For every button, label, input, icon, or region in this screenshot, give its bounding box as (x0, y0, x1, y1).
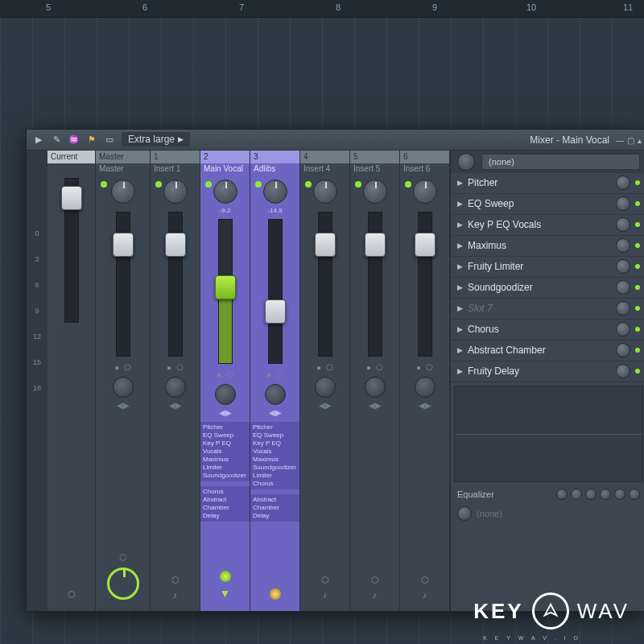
mix-knob[interactable] (616, 217, 630, 232)
route-icon[interactable]: ⬡ (68, 589, 76, 600)
fader[interactable] (359, 212, 391, 357)
pan-knob[interactable] (213, 180, 237, 204)
stereo-knob[interactable] (265, 384, 286, 405)
route-icon[interactable]: ⬡ (421, 575, 429, 585)
stereo-knob[interactable] (215, 384, 236, 405)
stereo-knob[interactable] (315, 377, 336, 398)
track-name[interactable] (47, 163, 95, 175)
route-icon[interactable]: ⬡ (119, 552, 127, 563)
enable-led[interactable] (635, 180, 640, 185)
fader-handle[interactable] (215, 275, 236, 299)
mixer-track[interactable]: 3Adlibs-14.8 ●⎔◀▶PitcherEQ SweepKey P EQ… (250, 151, 300, 611)
mute-led[interactable] (355, 181, 361, 188)
mix-knob[interactable] (616, 301, 630, 316)
track-name[interactable]: Adlibs (250, 163, 299, 175)
enable-led[interactable] (635, 243, 640, 248)
fader-handle[interactable] (265, 299, 286, 324)
record-icon[interactable]: ● (217, 370, 221, 379)
mixer-track[interactable]: MasterMaster ●⎔◀▶ ⬡ (96, 151, 151, 611)
effect-slot[interactable]: ▶ Abstract Chamber (451, 341, 644, 361)
track-name[interactable]: Master (96, 163, 150, 175)
record-icon[interactable]: ● (266, 370, 271, 379)
headphone-icon[interactable]: ♪ (423, 590, 427, 600)
stereo-knob[interactable] (113, 377, 134, 398)
mute-led[interactable] (305, 181, 312, 188)
mixer-track[interactable]: 2Main Vocal-9.2 ●⎔◀▶PitcherEQ SweepKey P… (200, 151, 250, 611)
fader[interactable] (56, 178, 88, 323)
mix-knob[interactable] (616, 343, 630, 357)
mute-led[interactable] (205, 181, 212, 188)
effect-slot[interactable]: ▶ Pitcher (451, 173, 644, 194)
mute-led[interactable] (255, 181, 262, 188)
fader[interactable] (259, 219, 291, 364)
record-icon[interactable]: ● (316, 363, 321, 372)
eq-reset-knob[interactable] (457, 506, 472, 521)
enable-led[interactable] (635, 369, 640, 374)
mix-knob[interactable] (616, 175, 630, 190)
track-name[interactable]: Main Vocal (200, 163, 250, 175)
pan-knob[interactable] (111, 180, 135, 204)
stereo-knob[interactable] (365, 377, 386, 398)
pan-knob[interactable] (263, 180, 287, 204)
mix-knob[interactable] (616, 322, 630, 336)
pan-knob[interactable] (363, 180, 387, 204)
mixer-track[interactable]: 4Insert 4 ●⎔◀▶ ⬡ ♪ (300, 151, 350, 611)
mix-knob[interactable] (616, 196, 630, 211)
fader[interactable] (309, 212, 341, 357)
effect-slot[interactable]: ▶ Slot 7 (451, 299, 644, 320)
fader-handle[interactable] (165, 233, 186, 257)
route-icon[interactable]: ⬡ (321, 575, 329, 585)
fx-icon[interactable]: ⎔ (326, 363, 333, 372)
enable-led[interactable] (635, 348, 640, 353)
effect-slot[interactable]: ▶ Soundgoodizer (451, 278, 644, 299)
mixer-track[interactable]: 6Insert 6 ●⎔◀▶ ⬡ ♪ (400, 151, 450, 611)
fader-handle[interactable] (315, 233, 336, 257)
fx-icon[interactable]: ⎔ (426, 363, 433, 372)
enable-led[interactable] (635, 201, 640, 206)
effect-slot[interactable]: ▶ Maximus (451, 236, 644, 257)
stereo-knob[interactable] (415, 377, 436, 398)
effect-slot[interactable]: ▶ Fruity Limiter (451, 257, 644, 278)
preset-selector[interactable]: Extra large ▶ (122, 132, 190, 147)
record-icon[interactable]: ● (167, 363, 171, 372)
effect-slot[interactable]: ▶ Fruity Delay (451, 361, 644, 382)
pan-knob[interactable] (163, 180, 188, 204)
close-button[interactable]: ▴ (638, 136, 642, 145)
effect-slot[interactable]: ▶ EQ Sweep (451, 194, 644, 215)
eq-knob[interactable] (629, 489, 640, 500)
fader-handle[interactable] (61, 186, 82, 210)
route-icon[interactable]: ⬡ (371, 575, 379, 585)
fader-handle[interactable] (113, 233, 134, 257)
record-icon[interactable]: ● (114, 363, 119, 372)
rack-selector[interactable]: (none) (481, 154, 640, 170)
mixer-track[interactable]: 5Insert 5 ●⎔◀▶ ⬡ ♪ (350, 151, 400, 611)
fader[interactable] (107, 212, 139, 357)
mix-knob[interactable] (616, 259, 630, 274)
route-lamp-icon[interactable] (220, 571, 231, 582)
mixer-track[interactable]: 1Insert 1 ●⎔◀▶ ⬡ ♪ (151, 151, 200, 611)
track-name[interactable]: Insert 5 (350, 163, 399, 175)
mix-knob[interactable] (616, 280, 630, 295)
route-lamp-icon[interactable] (270, 588, 281, 600)
fx-icon[interactable]: ⎔ (276, 370, 283, 379)
mute-led[interactable] (155, 181, 162, 188)
fader[interactable] (409, 212, 441, 357)
flag-icon[interactable]: ⚑ (86, 134, 97, 145)
fader[interactable] (209, 219, 242, 364)
track-name[interactable]: Insert 4 (300, 163, 349, 175)
effect-slot[interactable]: ▶ Key P EQ Vocals (451, 215, 644, 236)
mute-led[interactable] (101, 181, 107, 188)
eq-display[interactable] (454, 386, 643, 482)
eq-knob[interactable] (571, 489, 582, 500)
stereo-knob[interactable] (165, 377, 186, 398)
pan-knob[interactable] (413, 180, 437, 204)
box-icon[interactable]: ▭ (104, 134, 115, 145)
brush-icon[interactable]: ✎ (51, 134, 62, 145)
record-icon[interactable]: ● (366, 363, 371, 372)
headphone-icon[interactable]: ♪ (373, 590, 378, 600)
mix-knob[interactable] (616, 364, 630, 378)
send-knob[interactable] (107, 568, 139, 600)
enable-led[interactable] (635, 306, 640, 311)
track-name[interactable]: Insert 6 (400, 163, 449, 175)
enable-led[interactable] (635, 264, 640, 269)
